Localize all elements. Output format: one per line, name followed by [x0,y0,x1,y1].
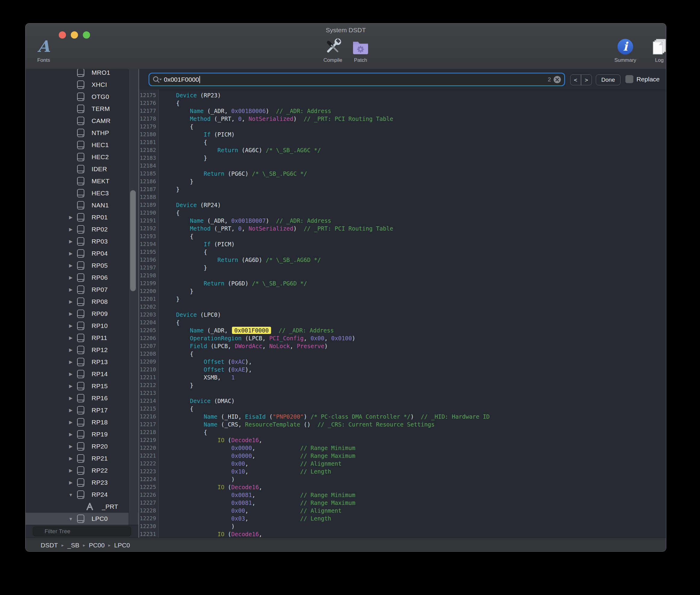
sidebar-item-hec3[interactable]: HEC3 [26,187,138,199]
sidebar-item-rp05[interactable]: ▶RP05 [26,259,138,272]
sidebar-item-mro1[interactable]: MRO1 [26,69,138,79]
sidebar-item-rp17[interactable]: ▶RP17 [26,404,138,416]
filter-tree-input[interactable] [33,527,131,536]
breadcrumb-item-_sb[interactable]: _SB [67,542,80,549]
sidebar-item-rp12[interactable]: ▶RP12 [26,344,138,356]
sidebar-item-label: OTG0 [92,93,109,101]
clear-search-icon[interactable] [553,76,561,84]
sidebar-item-rp13[interactable]: ▶RP13 [26,356,138,368]
sidebar-item-rp20[interactable]: ▶RP20 [26,441,138,452]
breadcrumb-item-dsdt[interactable]: DSDT [41,542,58,549]
disclosure-triangle-icon[interactable]: ▶ [67,299,74,305]
sidebar-item-rp24[interactable]: ▼RP24 [26,489,138,501]
sidebar-item-rp18[interactable]: ▶RP18 [26,416,138,428]
find-next-button[interactable]: > [581,75,591,85]
disclosure-triangle-icon[interactable]: ▶ [67,480,74,485]
replace-label: Replace [636,76,660,83]
sidebar-item-rp01[interactable]: ▶RP01 [26,211,138,223]
disclosure-triangle-icon[interactable]: ▶ [67,468,74,473]
line-number: 12218 [139,428,156,436]
sidebar-item-rp21[interactable]: ▶RP21 [26,452,138,464]
sidebar-item-rp07[interactable]: ▶RP07 [26,284,138,296]
disclosure-triangle-icon[interactable]: ▶ [67,444,74,449]
disclosure-triangle-icon[interactable]: ▶ [67,239,74,244]
breadcrumb-item-pc00[interactable]: PC00 [89,542,105,549]
sidebar-item-label: RP05 [92,262,108,269]
sidebar-item-rp09[interactable]: ▶RP09 [26,308,138,320]
code-editor[interactable]: 1217512176121771217812179121801218112182… [139,89,666,538]
device-icon [77,478,85,487]
sidebar-item-camr[interactable]: CAMR [26,115,138,127]
sidebar-item-label: MRO1 [92,69,110,76]
sidebar-item-xhci[interactable]: XHCI [26,79,138,91]
print-button[interactable]: Print [665,38,666,63]
sidebar-item-rp14[interactable]: ▶RP14 [26,368,138,380]
sidebar-item-rp23[interactable]: ▶RP23 [26,477,138,489]
sidebar-item-rp15[interactable]: ▶RP15 [26,380,138,392]
sidebar-item-rp04[interactable]: ▶RP04 [26,248,138,259]
sidebar-item-otg0[interactable]: OTG0 [26,91,138,103]
sidebar-item-hec1[interactable]: HEC1 [26,139,138,151]
breadcrumb: DSDT▸_SB▸PC00▸LPC0 [41,538,130,551]
disclosure-triangle-icon[interactable]: ▶ [67,311,74,316]
sidebar-item-_prt[interactable]: _PRT [26,501,138,513]
sidebar-item-term[interactable]: TERM [26,103,138,115]
sidebar-item-ider[interactable]: IDER [26,163,138,175]
disclosure-triangle-icon[interactable]: ▶ [67,263,74,268]
sidebar-scrollbar-thumb[interactable] [130,190,136,291]
disclosure-triangle-icon[interactable]: ▶ [67,395,74,401]
disclosure-triangle-icon[interactable]: ▶ [67,371,74,377]
device-icon [77,418,85,427]
line-number: 12208 [139,350,156,358]
sidebar-item-rp10[interactable]: ▶RP10 [26,320,138,332]
breadcrumb-item-lpc0[interactable]: LPC0 [114,542,130,549]
replace-checkbox[interactable] [625,75,633,83]
disclosure-triangle-icon[interactable]: ▶ [67,347,74,353]
sidebar-item-rp16[interactable]: ▶RP16 [26,392,138,404]
disclosure-triangle-icon[interactable]: ▶ [67,407,74,413]
sidebar-item-label: HEC1 [92,141,109,149]
done-button[interactable]: Done [596,75,620,85]
sidebar-item-lpc0[interactable]: ▼LPC0 [26,513,138,525]
patch-button[interactable]: Patch [348,38,373,63]
line-number: 12215 [139,405,156,413]
sidebar-item-rp11[interactable]: ▶RP11 [26,332,138,344]
sidebar-item-rp19[interactable]: ▶RP19 [26,428,138,441]
sidebar-item-rp02[interactable]: ▶RP02 [26,223,138,235]
sidebar-item-rp08[interactable]: ▶RP08 [26,296,138,308]
disclosure-triangle-icon[interactable]: ▶ [67,432,74,437]
disclosure-triangle-icon[interactable]: ▶ [67,215,74,220]
sidebar-item-nan1[interactable]: NAN1 [26,199,138,211]
disclosure-triangle-icon[interactable]: ▶ [67,251,74,256]
disclosure-triangle-icon[interactable]: ▶ [67,384,74,389]
code-line: Offset (0xAE), [162,366,490,373]
sidebar-item-rp06[interactable]: ▶RP06 [26,272,138,284]
log-button[interactable]: Log [647,38,666,63]
disclosure-triangle-icon[interactable]: ▶ [67,275,74,280]
device-icon [77,490,85,499]
line-number: 12196 [139,256,156,264]
disclosure-triangle-icon[interactable]: ▶ [67,227,74,232]
disclosure-triangle-icon[interactable]: ▶ [67,420,74,425]
fonts-button[interactable]: A Fonts [32,38,56,63]
text-caret [200,76,200,83]
code-line [162,162,490,170]
disclosure-triangle-icon[interactable]: ▼ [67,492,74,497]
find-input[interactable]: 0x001F0000 2 [149,74,564,85]
sidebar-item-nthp[interactable]: NTHP [26,127,138,139]
disclosure-triangle-icon[interactable]: ▶ [67,287,74,292]
sidebar-item-mekt[interactable]: MEKT [26,175,138,187]
fonts-icon: A [35,38,53,55]
code-line: Method (_PRT, 0, NotSerialized) // _PRT:… [162,115,490,123]
sidebar-item-rp03[interactable]: ▶RP03 [26,235,138,248]
summary-button[interactable]: i Summary [600,38,651,63]
sidebar-item-hec2[interactable]: HEC2 [26,151,138,163]
disclosure-triangle-icon[interactable]: ▼ [67,516,74,521]
disclosure-triangle-icon[interactable]: ▶ [67,456,74,461]
disclosure-triangle-icon[interactable]: ▶ [67,359,74,365]
sidebar-item-rp22[interactable]: ▶RP22 [26,464,138,477]
sidebar-scrollbar-track[interactable] [129,69,138,525]
disclosure-triangle-icon[interactable]: ▶ [67,323,74,329]
disclosure-triangle-icon[interactable]: ▶ [67,335,74,341]
find-previous-button[interactable]: < [571,75,581,85]
